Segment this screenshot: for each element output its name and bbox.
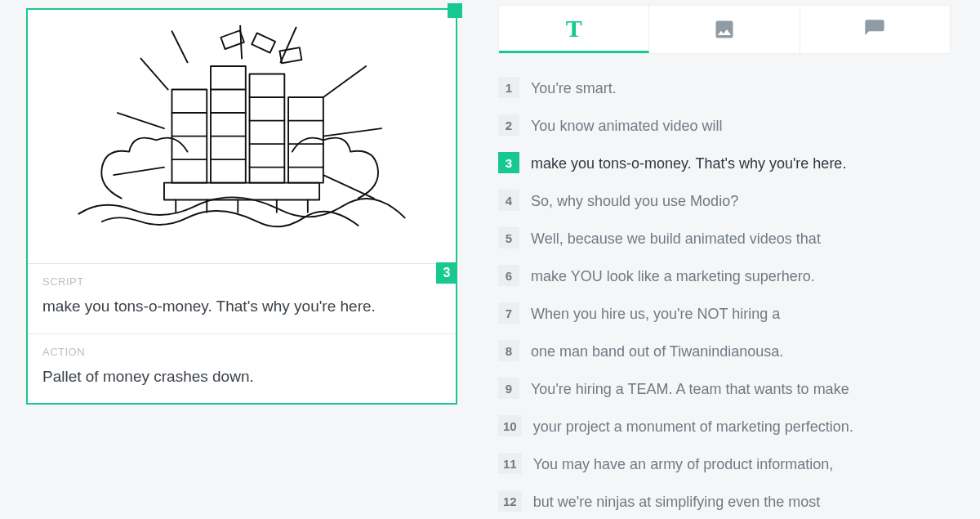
script-line-row[interactable]: 6make YOU look like a marketing superher… [498, 265, 956, 288]
script-line-row[interactable]: 10your project a monument of marketing p… [498, 415, 956, 438]
tab-text[interactable]: T [499, 6, 649, 53]
line-text: one man band out of Tiwanindianousa. [531, 340, 783, 363]
panel-tabs: T [498, 5, 951, 54]
script-body: make you tons-o-money. That's why you're… [42, 296, 441, 317]
comment-icon [863, 18, 886, 41]
line-text: You know animated video will [531, 114, 722, 137]
line-number-badge: 11 [498, 453, 522, 474]
script-line-row[interactable]: 12but we're ninjas at simplifying even t… [498, 490, 956, 513]
action-section[interactable]: ACTION Pallet of money crashes down. [28, 333, 456, 404]
tab-comments[interactable] [800, 6, 950, 53]
line-number-badge: 6 [498, 265, 519, 286]
storyboard-thumbnail [28, 10, 456, 263]
script-line-row[interactable]: 7When you hire us, you're NOT hiring a [498, 302, 956, 325]
line-number-badge: 1 [498, 77, 519, 98]
line-text: but we're ninjas at simplifying even the… [533, 490, 821, 513]
line-text: make YOU look like a marketing superhero… [531, 265, 815, 288]
script-line-row[interactable]: 5Well, because we build animated videos … [498, 227, 956, 250]
script-line-list: 1You're smart.2You know animated video w… [498, 77, 956, 513]
line-text: When you hire us, you're NOT hiring a [531, 302, 780, 325]
line-number-badge: 9 [498, 378, 519, 399]
line-number-badge: 3 [498, 152, 519, 173]
line-number-badge: 8 [498, 340, 519, 361]
script-section[interactable]: 3 SCRIPT make you tons-o-money. That's w… [28, 263, 456, 333]
script-line-row[interactable]: 1You're smart. [498, 77, 956, 100]
line-text: your project a monument of marketing per… [533, 415, 853, 438]
line-number-badge: 2 [498, 114, 519, 136]
line-text: So, why should you use Modio? [531, 190, 738, 213]
line-number-badge: 7 [498, 302, 519, 324]
frame-number-badge: 3 [436, 262, 457, 284]
line-text: make you tons-o-money. That's why you're… [531, 152, 846, 175]
action-body: Pallet of money crashes down. [42, 366, 441, 387]
image-icon [713, 18, 736, 41]
script-line-row[interactable]: 11You may have an army of product inform… [498, 453, 956, 476]
svg-rect-7 [211, 66, 246, 183]
script-line-row[interactable]: 9You're hiring a TEAM. A team that wants… [498, 378, 956, 400]
svg-rect-9 [288, 97, 323, 183]
text-icon: T [566, 15, 582, 43]
tab-image[interactable] [649, 6, 800, 53]
script-line-row[interactable]: 2You know animated video will [498, 114, 956, 137]
line-number-badge: 5 [498, 227, 519, 248]
script-label: SCRIPT [42, 275, 441, 288]
action-label: ACTION [42, 346, 441, 358]
line-text: You may have an army of product informat… [533, 453, 834, 476]
script-line-row[interactable]: 3make you tons-o-money. That's why you'r… [498, 152, 956, 175]
line-number-badge: 12 [498, 490, 522, 512]
svg-rect-25 [252, 34, 275, 53]
script-line-row[interactable]: 4So, why should you use Modio? [498, 190, 956, 213]
line-text: You're hiring a TEAM. A team that wants … [531, 378, 849, 400]
storyboard-card[interactable]: 3 SCRIPT make you tons-o-money. That's w… [26, 8, 457, 405]
line-text: Well, because we build animated videos t… [531, 227, 821, 250]
line-number-badge: 10 [498, 415, 522, 436]
script-line-row[interactable]: 8one man band out of Tiwanindianousa. [498, 340, 956, 363]
card-resize-handle[interactable] [448, 3, 462, 18]
line-number-badge: 4 [498, 190, 519, 211]
line-text: You're smart. [531, 77, 617, 100]
